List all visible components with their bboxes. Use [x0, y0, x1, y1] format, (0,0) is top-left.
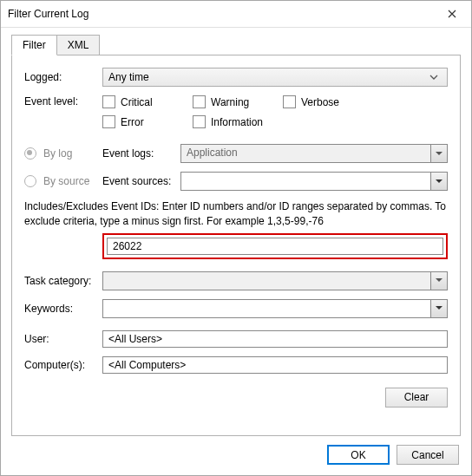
- event-sources-value: [181, 173, 430, 190]
- close-button[interactable]: [433, 1, 471, 27]
- chevron-down-icon: [430, 145, 447, 162]
- label-task-category: Task category:: [24, 275, 102, 287]
- chevron-down-icon: [430, 272, 447, 290]
- cancel-button[interactable]: Cancel: [397, 445, 459, 465]
- checkbox-error[interactable]: Error: [102, 115, 186, 128]
- event-id-input[interactable]: [107, 238, 443, 255]
- label-event-logs: Event logs:: [102, 147, 180, 160]
- dialog-buttons: OK Cancel: [327, 445, 459, 465]
- user-input[interactable]: [102, 330, 448, 348]
- clear-button[interactable]: Clear: [385, 388, 448, 408]
- radio-by-source[interactable]: By source: [24, 175, 102, 188]
- label-keywords: Keywords:: [24, 303, 102, 315]
- ok-button[interactable]: OK: [327, 445, 390, 465]
- task-category-combo[interactable]: [102, 271, 448, 290]
- checkbox-warning[interactable]: Warning: [193, 95, 276, 108]
- chevron-down-icon: [430, 300, 447, 317]
- checkbox-critical[interactable]: Critical: [102, 95, 186, 108]
- computers-input[interactable]: [102, 356, 448, 374]
- logged-dropdown[interactable]: Any time: [102, 68, 448, 87]
- tab-xml[interactable]: XML: [56, 35, 101, 55]
- tab-content: Logged: Any time Event level: Critical W: [11, 55, 461, 436]
- keywords-value: [103, 300, 430, 317]
- label-computers: Computer(s):: [24, 359, 102, 371]
- dialog-body: Filter XML Logged: Any time Event level:: [1, 28, 471, 447]
- keywords-combo[interactable]: [102, 299, 448, 318]
- label-user: User:: [24, 333, 102, 345]
- event-logs-value: Application: [181, 145, 430, 162]
- help-text: Includes/Excludes Event IDs: Enter ID nu…: [24, 199, 448, 230]
- titlebar: Filter Current Log: [1, 1, 471, 28]
- radio-by-log[interactable]: By log: [24, 147, 102, 160]
- event-id-highlight: [102, 233, 448, 259]
- checkbox-information[interactable]: Information: [193, 115, 297, 128]
- window-title: Filter Current Log: [8, 8, 88, 20]
- label-event-sources: Event sources:: [102, 175, 180, 187]
- checkbox-verbose[interactable]: Verbose: [283, 95, 387, 108]
- tab-filter[interactable]: Filter: [11, 35, 57, 55]
- tab-strip: Filter XML: [11, 35, 461, 55]
- logged-value: Any time: [108, 71, 149, 83]
- label-event-level: Event level:: [24, 95, 102, 108]
- dialog-window: Filter Current Log Filter XML Logged: An…: [0, 0, 472, 476]
- event-logs-combo[interactable]: Application: [180, 144, 448, 163]
- chevron-down-icon: [429, 75, 445, 80]
- close-icon: [448, 10, 456, 18]
- task-category-value: [103, 272, 430, 290]
- event-sources-combo[interactable]: [180, 172, 448, 191]
- label-logged: Logged:: [24, 71, 102, 83]
- chevron-down-icon: [430, 173, 447, 190]
